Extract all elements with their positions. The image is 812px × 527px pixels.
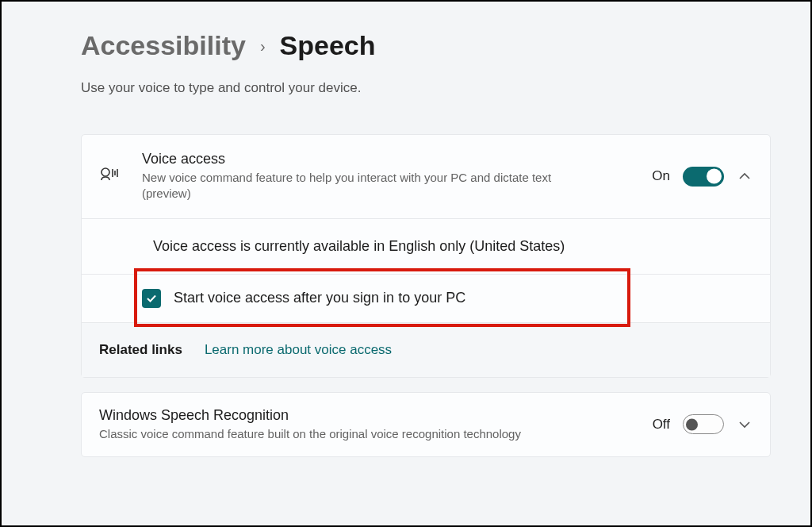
voice-access-title: Voice access	[142, 151, 652, 167]
start-after-signin-label: Start voice access after you sign in to …	[174, 290, 465, 306]
chevron-right-icon: ›	[260, 37, 266, 56]
start-after-signin-row[interactable]: Start voice access after you sign in to …	[82, 275, 770, 323]
voice-access-availability: Voice access is currently available in E…	[82, 219, 770, 275]
voice-access-toggle[interactable]	[683, 167, 724, 187]
voice-access-row[interactable]: Voice access New voice command feature t…	[82, 135, 770, 219]
voice-access-card: Voice access New voice command feature t…	[81, 134, 771, 378]
microphone-icon	[99, 166, 142, 187]
page-description: Use your voice to type and control your …	[81, 80, 771, 96]
speech-recognition-toggle-label: Off	[653, 417, 670, 433]
related-links-label: Related links	[99, 342, 182, 358]
breadcrumb-current: Speech	[280, 30, 376, 61]
speech-recognition-toggle[interactable]	[683, 414, 724, 434]
breadcrumb: Accessibility › Speech	[81, 30, 771, 61]
speech-recognition-card: Windows Speech Recognition Classic voice…	[81, 392, 771, 457]
availability-text: Voice access is currently available in E…	[153, 238, 565, 254]
chevron-down-icon[interactable]	[737, 421, 753, 429]
voice-access-subtitle: New voice command feature to help you in…	[142, 170, 594, 202]
start-after-signin-checkbox[interactable]	[142, 289, 161, 308]
voice-access-toggle-label: On	[652, 168, 670, 184]
learn-more-link[interactable]: Learn more about voice access	[205, 342, 392, 358]
chevron-up-icon[interactable]	[737, 172, 753, 180]
breadcrumb-parent[interactable]: Accessibility	[81, 30, 246, 61]
speech-recognition-row[interactable]: Windows Speech Recognition Classic voice…	[82, 393, 770, 456]
speech-recognition-title: Windows Speech Recognition	[99, 407, 653, 424]
speech-recognition-subtitle: Classic voice command feature built on t…	[99, 426, 551, 442]
svg-point-0	[102, 168, 109, 176]
related-links-row: Related links Learn more about voice acc…	[82, 323, 770, 377]
